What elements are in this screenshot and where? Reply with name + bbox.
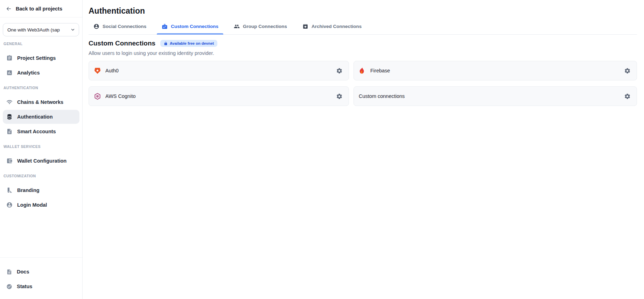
tab-archived-connections[interactable]: Archived Connections <box>298 23 366 34</box>
sidebar-item-project-settings[interactable]: Project Settings <box>3 51 79 65</box>
connection-card-label: Custom connections <box>359 93 405 99</box>
card-settings-button[interactable] <box>623 92 631 100</box>
database-icon <box>6 114 13 120</box>
archive-icon <box>302 23 308 29</box>
back-to-projects-button[interactable]: Back to all projects <box>0 0 82 17</box>
connection-card-label: AWS Cognito <box>105 93 136 99</box>
sidebar: Back to all projects One with Web3Auth (… <box>0 0 83 299</box>
tab-custom-connections[interactable]: Custom Connections <box>157 23 223 34</box>
connection-card-auth0[interactable]: Auth0 <box>89 61 349 80</box>
sidebar-section-label-authentication: AUTHENTICATION <box>0 80 82 94</box>
sidebar-item-label: Docs <box>17 269 29 275</box>
wifi-icon <box>6 99 13 105</box>
sidebar-item-label: Wallet Configuration <box>17 158 66 164</box>
card-left: AWS Cognito <box>94 93 136 100</box>
sidebar-spacer <box>0 213 82 257</box>
card-left: Auth0 <box>94 67 119 74</box>
back-label: Back to all projects <box>16 6 62 12</box>
section-header: Custom Connections Available free on dev… <box>89 40 637 47</box>
wallet-icon <box>6 158 13 164</box>
connection-card-label: Auth0 <box>105 68 119 73</box>
lock-icon <box>164 42 168 45</box>
tab-group-connections[interactable]: Group Connections <box>229 23 292 34</box>
project-selector-value: One with Web3Auth (sap <box>7 27 60 33</box>
sidebar-item-label: Smart Accounts <box>17 129 56 134</box>
card-settings-button[interactable] <box>623 67 631 74</box>
branding-icon <box>6 187 13 193</box>
sidebar-item-docs[interactable]: Docs <box>3 265 79 279</box>
sidebar-item-authentication[interactable]: Authentication <box>3 110 79 124</box>
section-heading: Custom Connections <box>89 40 155 47</box>
sidebar-item-label: Analytics <box>17 70 40 76</box>
aws-cognito-icon <box>94 93 101 100</box>
sidebar-footer: DocsStatus <box>0 257 82 299</box>
sidebar-item-chains-networks[interactable]: Chains & Networks <box>3 95 79 109</box>
card-left: Firebase <box>359 67 390 74</box>
connection-cards: Auth0FirebaseAWS CognitoCustom connectio… <box>89 61 637 106</box>
card-settings-button[interactable] <box>335 92 343 100</box>
gear-icon <box>336 67 343 74</box>
sidebar-item-wallet-configuration[interactable]: Wallet Configuration <box>3 154 79 168</box>
person-icon <box>93 23 99 29</box>
sidebar-item-label: Authentication <box>17 114 53 120</box>
check-circle-icon <box>6 284 12 290</box>
sidebar-section-label-customization: CUSTOMIZATION <box>0 169 82 183</box>
sidebar-item-label: Chains & Networks <box>17 99 63 105</box>
file-icon <box>6 128 13 135</box>
sidebar-item-label: Branding <box>17 187 40 193</box>
tab-label: Archived Connections <box>312 24 362 29</box>
connection-card-aws-cognito[interactable]: AWS Cognito <box>89 86 349 106</box>
card-left: Custom connections <box>359 93 405 99</box>
tab-bar: Social ConnectionsCustom ConnectionsGrou… <box>89 23 637 35</box>
project-selector-dropdown[interactable]: One with Web3Auth (sap <box>3 23 79 36</box>
badge-icon <box>162 23 168 29</box>
group-icon <box>234 23 240 29</box>
app-root: Back to all projects One with Web3Auth (… <box>0 0 644 299</box>
connection-card-custom-connections[interactable]: Custom connections <box>354 86 637 106</box>
sidebar-item-login-modal[interactable]: Login Modal <box>3 198 79 212</box>
clipboard-icon <box>6 55 13 61</box>
sidebar-item-status[interactable]: Status <box>3 279 79 293</box>
sidebar-item-smart-accounts[interactable]: Smart Accounts <box>3 124 79 138</box>
analytics-icon <box>6 70 13 76</box>
page-title: Authentication <box>89 6 637 16</box>
gear-icon <box>624 93 631 100</box>
chevron-down-icon <box>70 27 75 32</box>
sidebar-item-analytics[interactable]: Analytics <box>3 66 79 80</box>
sidebar-section-label-general: GENERAL <box>0 36 82 50</box>
tab-label: Custom Connections <box>171 24 218 29</box>
connection-card-firebase[interactable]: Firebase <box>354 61 637 80</box>
tab-social-connections[interactable]: Social Connections <box>89 23 151 34</box>
sidebar-item-label: Project Settings <box>17 55 56 61</box>
sidebar-item-branding[interactable]: Branding <box>3 183 79 197</box>
sidebar-item-label: Status <box>17 284 32 289</box>
auth0-icon <box>94 67 101 74</box>
gear-icon <box>336 93 343 100</box>
doc-icon <box>6 269 12 275</box>
tab-label: Social Connections <box>103 24 146 29</box>
arrow-left-icon <box>6 6 12 12</box>
main-content: Authentication Social ConnectionsCustom … <box>83 0 644 299</box>
sidebar-nav: GENERALProject SettingsAnalyticsAUTHENTI… <box>0 36 82 213</box>
connection-card-label: Firebase <box>370 68 390 73</box>
sidebar-item-label: Login Modal <box>17 202 47 208</box>
card-settings-button[interactable] <box>335 67 343 74</box>
user-circle-icon <box>6 202 13 208</box>
sidebar-section-label-wallet-services: WALLET SERVICES <box>0 139 82 153</box>
section-description: Allow users to login using your existing… <box>89 50 637 56</box>
firebase-icon <box>359 67 366 74</box>
devnet-badge-label: Available free on devnet <box>170 41 214 45</box>
gear-icon <box>624 67 631 74</box>
devnet-badge: Available free on devnet <box>160 40 217 47</box>
tab-label: Group Connections <box>243 24 287 29</box>
